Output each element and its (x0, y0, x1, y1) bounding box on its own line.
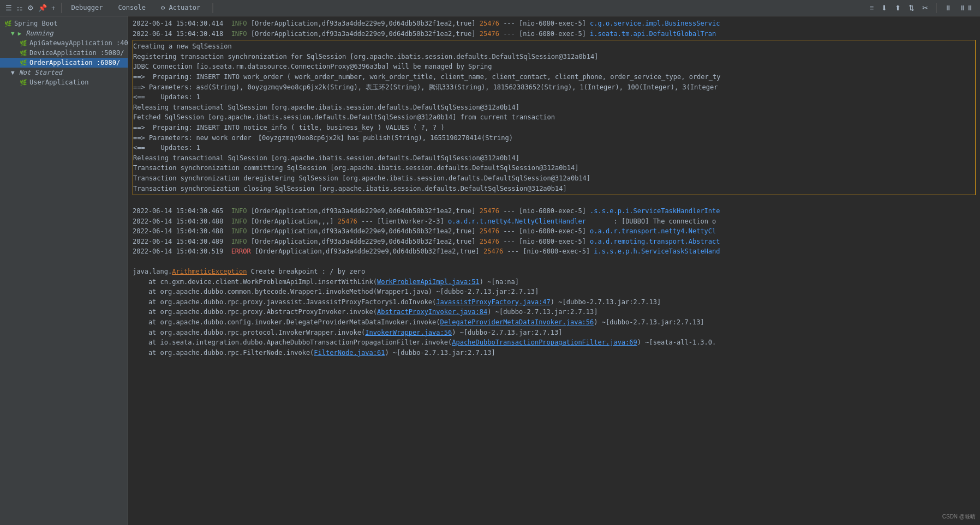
arithmetic-exception-link[interactable]: ArithmeticException (172, 268, 247, 275)
log-preparing-notice: ==> Preparing: INSERT INTO notice_info (… (133, 123, 975, 133)
updown-icon-btn[interactable]: ⇅ (906, 3, 917, 13)
log-line-465: 2022-06-14 15:04:30.465 INFO [OrderAppli… (133, 206, 976, 216)
log-registering: Registering transaction synchronization … (133, 52, 975, 62)
log-releasing-1: Releasing transactional SqlSession [org.… (133, 102, 975, 113)
log-fetched: Fetched SqlSession [org.apache.ibatis.se… (133, 112, 975, 123)
log-deregistering: Transaction synchronization deregisterin… (133, 173, 975, 184)
log-stack-2: at org.apache.dubbo.common.bytecode.Wrap… (133, 287, 976, 297)
cut-icon-btn[interactable]: ✂ (920, 3, 930, 13)
order-app-label: OrderApplication :6080/ (29, 59, 120, 67)
log-committing: Transaction synchronization committing S… (133, 163, 975, 173)
main-area: 🌿 Spring Boot ▼ ▶ Running 🌿 ApiGatewayAp… (0, 16, 980, 525)
log-releasing-2: Releasing transactional SqlSession [org.… (133, 153, 975, 164)
toolbar-right-icons: ≡ ⬇ ⬆ ⇅ ✂ │ ⏸ ⏸⏸ (868, 3, 976, 13)
stack-link-1[interactable]: WorkProblemApiImpl.java:51 (377, 278, 480, 286)
device-app-label: DeviceApplication :5080/ (29, 49, 124, 57)
upload-icon-btn[interactable]: ⬆ (893, 3, 903, 13)
log-stack-3: at org.apache.dubbo.rpc.proxy.javassist.… (133, 297, 976, 307)
top-toolbar: ☰ ⚏ ⚙ 📌 + Debugger Console ⚙ Actuator │ … (0, 0, 980, 16)
log-stack-5: at org.apache.dubbo.config.invoker.Deleg… (133, 317, 976, 328)
tree-order-app[interactable]: 🌿 OrderApplication :6080/ (0, 58, 128, 68)
pause-icon-btn[interactable]: ⏸ (942, 3, 954, 13)
tab-debugger[interactable]: Debugger (66, 2, 109, 15)
log-exception-header: java.lang.ArithmeticException Create bre… (133, 267, 976, 277)
stack-link-7[interactable]: ApacheDubboTransactionPropagationFilter.… (452, 339, 637, 346)
toolbar-sep2: │ (934, 3, 939, 13)
log-stack-4: at org.apache.dubbo.rpc.proxy.AbstractPr… (133, 307, 976, 317)
toolbar-left-icons: ☰ ⚏ ⚙ 📌 + (4, 3, 62, 13)
download-icon-btn[interactable]: ⬇ (879, 3, 889, 13)
add-icon-btn[interactable]: + (50, 3, 57, 13)
log-preparing-insert-work: ==> Preparing: INSERT INTO work_order ( … (133, 72, 975, 82)
device-spring-icon: 🌿 (20, 50, 27, 57)
log-jdbc: JDBC Connection [io.seata.rm.datasource.… (133, 62, 975, 72)
log-updates-2: <== Updates: 1 (133, 143, 975, 153)
log-creating-sqlsession: Creating a new SqlSession (133, 41, 975, 52)
watermark: CSDN @筱晴 (942, 513, 976, 521)
pin-icon-btn[interactable]: 📌 (37, 3, 48, 13)
filter-icon-btn[interactable]: ⚙ (26, 3, 35, 13)
tree-root-label: Spring Boot (14, 20, 57, 27)
expand-arrow-running: ▼ (11, 30, 15, 37)
tree-user-app[interactable]: 🌿 UserApplication (0, 77, 128, 87)
tab-console[interactable]: Console (112, 2, 151, 15)
log-closing: Transaction synchronization closing SqlS… (133, 184, 975, 194)
api-gateway-spring-icon: 🌿 (20, 40, 27, 47)
log-stack-1: at cn.gxm.device.client.WorkProblemApiIm… (133, 277, 976, 287)
user-app-label: UserApplication (29, 79, 88, 86)
tree-running-group[interactable]: ▼ ▶ Running (0, 28, 128, 38)
left-panel: 🌿 Spring Boot ▼ ▶ Running 🌿 ApiGatewayAp… (0, 16, 128, 525)
log-line-488b: 2022-06-14 15:04:30.488 INFO [OrderAppli… (133, 226, 976, 237)
toolbar-sep: │ (210, 3, 216, 13)
not-started-label: Not Started (19, 69, 62, 76)
log-line-488a: 2022-06-14 15:04:30.488 INFO [OrderAppli… (133, 216, 976, 227)
log-line-2: 2022-06-14 15:04:30.418 INFO [OrderAppli… (133, 29, 976, 39)
user-spring-icon: 🌿 (20, 79, 27, 86)
stack-link-5[interactable]: DelegateProviderMetaDataInvoker.java:56 (440, 318, 594, 326)
tree-root-spring-boot[interactable]: 🌿 Spring Boot (0, 19, 128, 28)
stack-link-4[interactable]: AbstractProxyInvoker.java:84 (377, 308, 487, 316)
stack-link-3[interactable]: JavassistProxyFactory.java:47 (436, 298, 551, 306)
api-gateway-label: ApiGatewayApplication :40 (29, 39, 128, 47)
spring-icon: 🌿 (4, 20, 12, 27)
tree-api-gateway[interactable]: 🌿 ApiGatewayApplication :40 (0, 38, 128, 48)
log-stack-6: at org.apache.dubbo.rpc.protocol.Invoker… (133, 328, 976, 338)
running-label: Running (26, 29, 53, 37)
order-spring-icon: 🌿 (20, 59, 27, 67)
list-icon-btn[interactable]: ☰ (4, 3, 13, 13)
stack-link-8[interactable]: FilterNode.java:61 (314, 349, 385, 357)
run-icon: ▶ (18, 30, 22, 37)
log-line-489: 2022-06-14 15:04:30.489 INFO [OrderAppli… (133, 237, 976, 247)
log-parameters-insert: ==> Parameters: asd(String), 0oyzgzmqv9e… (133, 82, 975, 93)
log-line-519-error: 2022-06-14 15:04:30.519 ERROR [OrderAppl… (133, 246, 976, 257)
list2-icon-btn[interactable]: ⚏ (15, 3, 24, 13)
log-stack-8: at org.apache.dubbo.rpc.FilterNode.invok… (133, 348, 976, 358)
stack-link-6[interactable]: InvokerWrapper.java:56 (365, 329, 452, 336)
log-updates-1: <== Updates: 1 (133, 92, 975, 102)
menu-icon-btn[interactable]: ≡ (868, 3, 876, 13)
tree-not-started-group[interactable]: ▼ Not Started (0, 68, 128, 77)
orange-block: Creating a new SqlSession Registering tr… (133, 40, 976, 195)
tab-actuator[interactable]: ⚙ Actuator (156, 2, 206, 15)
expand-arrow-not-started: ▼ (11, 69, 15, 76)
log-stack-7: at io.seata.integration.dubbo.ApacheDubb… (133, 337, 976, 348)
log-parameters-notice: ==> Parameters: new work order 【0oyzgzmq… (133, 133, 975, 143)
pause2-icon-btn[interactable]: ⏸⏸ (957, 3, 976, 13)
log-line-1: 2022-06-14 15:04:30.414 INFO [OrderAppli… (133, 19, 976, 29)
tree-device-app[interactable]: 🌿 DeviceApplication :5080/ (0, 48, 128, 58)
right-panel[interactable]: 2022-06-14 15:04:30.414 INFO [OrderAppli… (128, 16, 980, 525)
